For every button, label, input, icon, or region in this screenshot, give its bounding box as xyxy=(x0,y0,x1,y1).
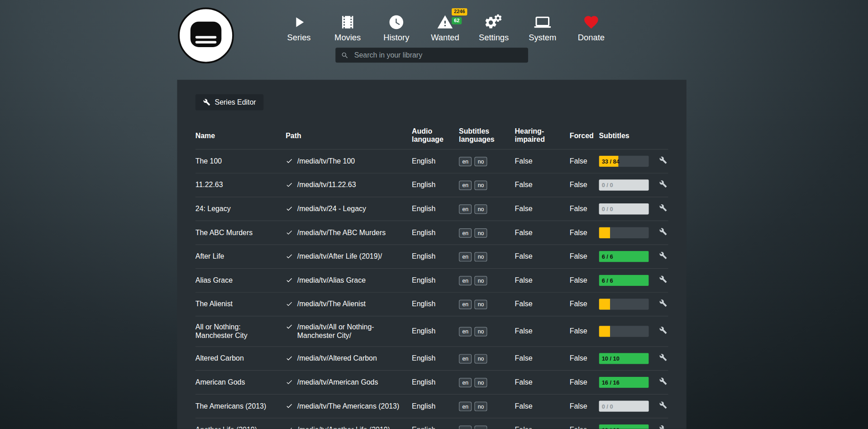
nav-item-donate[interactable]: Donate xyxy=(567,11,616,42)
col-path: Path xyxy=(286,131,412,139)
series-name: The ABC Murders xyxy=(196,228,286,237)
progress-fill xyxy=(599,326,610,337)
language-badge: no xyxy=(474,401,487,411)
subtitles-progress-bar xyxy=(599,326,649,337)
forced-value: False xyxy=(570,204,599,213)
check-icon xyxy=(286,181,293,188)
search-bar xyxy=(335,48,528,63)
edit-series-button[interactable] xyxy=(659,204,667,212)
audio-language-value: English xyxy=(412,204,459,213)
forced-value: False xyxy=(570,425,599,429)
content-panel: Series Editor Name Path Audio language S… xyxy=(177,80,686,429)
language-badge: en xyxy=(459,228,472,237)
edit-series-button[interactable] xyxy=(659,401,667,409)
series-editor-button[interactable]: Series Editor xyxy=(196,94,264,110)
series-path: /media/tv/24 - Legacy xyxy=(286,204,412,213)
play-icon xyxy=(291,14,307,31)
subtitles-languages-value: enno xyxy=(459,180,515,190)
nav-item-series[interactable]: Series xyxy=(275,11,324,42)
gears-icon xyxy=(486,14,502,31)
series-path-text: /media/tv/The Americans (2013) xyxy=(297,402,399,411)
series-path: /media/tv/American Gods xyxy=(286,378,412,387)
audio-language-value: English xyxy=(412,378,459,387)
search-icon xyxy=(341,51,348,59)
subtitles-languages-value: enno xyxy=(459,157,515,166)
hearing-impaired-value: False xyxy=(515,157,570,166)
language-badge: no xyxy=(474,327,487,336)
edit-series-button[interactable] xyxy=(659,326,667,334)
col-subtitles: Subtitles xyxy=(599,131,659,139)
audio-language-value: English xyxy=(412,327,459,336)
subtitles-languages-value: enno xyxy=(459,252,515,261)
forced-value: False xyxy=(570,228,599,237)
edit-series-button[interactable] xyxy=(659,377,667,385)
audio-language-value: English xyxy=(412,300,459,309)
subtitles-languages-value: enno xyxy=(459,327,515,336)
forced-value: False xyxy=(570,300,599,309)
check-icon xyxy=(286,355,293,362)
progress-fill xyxy=(599,299,610,309)
series-path-text: /media/tv/The Alienist xyxy=(297,300,366,309)
laptop-icon xyxy=(534,14,551,31)
subtitles-progress-bar: 0 / 0 xyxy=(599,203,649,214)
main-nav: Series Movies History Wanted 224662 Sett… xyxy=(275,11,615,42)
wanted-count-badge: 2246 xyxy=(452,8,467,15)
app-logo[interactable] xyxy=(177,7,234,64)
edit-series-button[interactable] xyxy=(659,353,667,361)
language-badge: en xyxy=(459,157,472,166)
language-badge: no xyxy=(474,299,487,309)
series-path-text: /media/tv/Altered Carbon xyxy=(297,354,377,363)
check-icon xyxy=(286,253,293,260)
hearing-impaired-value: False xyxy=(515,228,570,237)
series-path: /media/tv/Alias Grace xyxy=(286,276,412,285)
series-name: Alias Grace xyxy=(196,276,286,285)
nav-item-wanted[interactable]: Wanted 224662 xyxy=(421,11,470,42)
edit-series-button[interactable] xyxy=(659,425,667,429)
progress-label: 33 / 84 xyxy=(602,157,620,166)
table-row: The Americans (2013) /media/tv/The Ameri… xyxy=(196,394,668,418)
progress-label: 10 / 10 xyxy=(602,354,620,363)
progress-label: 0 / 0 xyxy=(602,402,613,411)
nav-item-movies[interactable]: Movies xyxy=(323,11,372,42)
table-row: All or Nothing: Manchester City /media/t… xyxy=(196,316,668,346)
edit-series-button[interactable] xyxy=(659,299,667,307)
hearing-impaired-value: False xyxy=(515,378,570,387)
language-badge: en xyxy=(459,180,472,190)
edit-series-button[interactable] xyxy=(659,275,667,283)
nav-item-label: Settings xyxy=(479,33,509,42)
table-row: The Alienist /media/tv/The Alienist Engl… xyxy=(196,292,668,316)
audio-language-value: English xyxy=(412,181,459,190)
table-row: Another Life (2019) /media/tv/Another Li… xyxy=(196,418,668,429)
nav-item-system[interactable]: System xyxy=(518,11,567,42)
forced-value: False xyxy=(570,276,599,285)
series-name: 24: Legacy xyxy=(196,204,286,213)
edit-series-button[interactable] xyxy=(659,180,667,188)
language-badge: no xyxy=(474,157,487,166)
hearing-impaired-value: False xyxy=(515,425,570,429)
wanted-count-badge: 62 xyxy=(452,17,462,24)
search-input[interactable] xyxy=(353,50,522,60)
edit-series-button[interactable] xyxy=(659,251,667,259)
series-path-text: /media/tv/After Life (2019)/ xyxy=(297,252,382,261)
nav-item-settings[interactable]: Settings xyxy=(469,11,518,42)
table-row: 11.22.63 /media/tv/11.22.63 English enno… xyxy=(196,173,668,197)
progress-label: 6 / 6 xyxy=(602,252,613,261)
subtitles-progress-bar: 0 / 0 xyxy=(599,400,649,411)
check-icon xyxy=(286,229,293,236)
table-row: 24: Legacy /media/tv/24 - Legacy English… xyxy=(196,197,668,221)
series-name: American Gods xyxy=(196,378,286,387)
series-name: Altered Carbon xyxy=(196,354,286,363)
col-forced: Forced xyxy=(570,131,599,139)
series-path: /media/tv/11.22.63 xyxy=(286,181,412,190)
progress-label: 16 / 16 xyxy=(602,378,620,387)
hearing-impaired-value: False xyxy=(515,252,570,261)
col-hearing-impaired: Hearing-impaired xyxy=(515,127,570,144)
nav-item-history[interactable]: History xyxy=(372,11,421,42)
edit-series-button[interactable] xyxy=(659,228,667,236)
edit-series-button[interactable] xyxy=(659,156,667,164)
table-row: After Life /media/tv/After Life (2019)/ … xyxy=(196,244,668,268)
subtitles-progress-bar: 33 / 84 xyxy=(599,156,649,167)
series-path: /media/tv/After Life (2019)/ xyxy=(286,252,412,261)
subtitles-progress-bar: 0 / 0 xyxy=(599,179,649,190)
audio-language-value: English xyxy=(412,228,459,237)
